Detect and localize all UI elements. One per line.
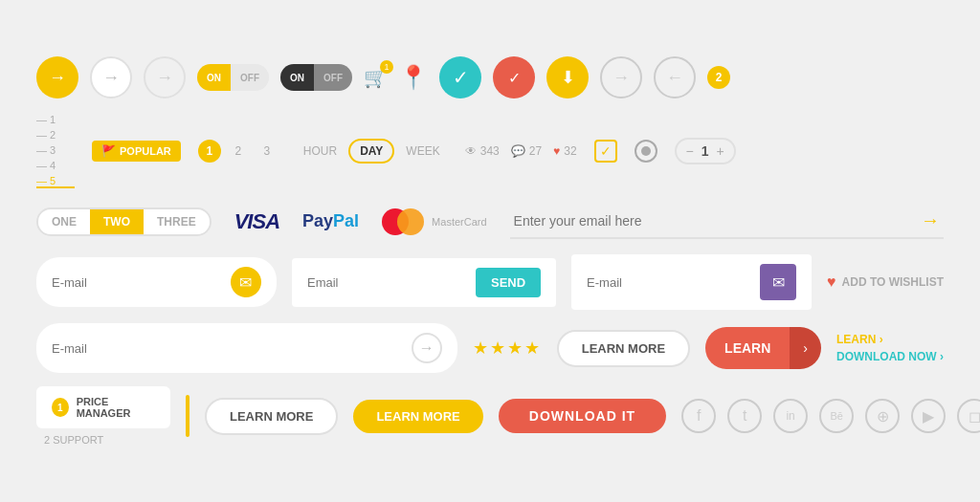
email-field-1[interactable] xyxy=(52,275,223,290)
learn-links: LEARN › DOWNLOAD NOW › xyxy=(836,333,944,363)
download-it-btn[interactable]: DOWNLOAD IT xyxy=(499,399,666,433)
payment-row: ONE TWO THREE VISA PayPal MasterCard → xyxy=(36,204,944,239)
price-manager-label: PRICE MANAGER xyxy=(77,396,155,419)
learn-more-yellow-btn[interactable]: LEARN MORE xyxy=(353,400,482,433)
email-input-2: SEND xyxy=(292,258,556,307)
popular-label: POPULAR xyxy=(120,145,171,157)
behance-icon[interactable]: Bē xyxy=(819,399,854,433)
time-tabs: HOUR DAY WEEK xyxy=(296,139,448,164)
cart-icon[interactable]: 🛒 1 xyxy=(364,66,388,89)
arrow-circle-btn[interactable]: → xyxy=(412,333,442,363)
controls-row: — 1 — 2 — 3 — 4 — 5 🚩 POPULAR 1 2 3 HOUR… xyxy=(36,114,944,188)
toggle-yellow[interactable]: ON OFF xyxy=(197,64,269,91)
mc-circle-orange xyxy=(397,208,424,235)
eye-count: 343 xyxy=(480,144,500,158)
action-buttons-row: → ★★★★ LEARN MORE LEARN › LEARN › DOWNLO… xyxy=(36,323,944,373)
flag-icon: 🚩 xyxy=(101,144,116,158)
star-rating: ★★★★ xyxy=(473,338,542,359)
email-input-arrow-row: → xyxy=(36,323,457,373)
support-link[interactable]: 2 SUPPORT xyxy=(44,434,170,446)
page-2[interactable]: 2 xyxy=(227,140,250,163)
popular-badge: 🚩 POPULAR xyxy=(92,141,181,162)
arrow-btn-yellow[interactable]: → xyxy=(36,56,78,98)
check-teal-icon: ✓ xyxy=(439,56,481,98)
arrow-right-gray-btn[interactable]: → xyxy=(600,56,642,98)
chat-icon: 💬 xyxy=(511,144,525,158)
sidebar-item-3: — 3 xyxy=(36,144,75,156)
linkedin-icon[interactable]: in xyxy=(773,399,808,433)
toggle-on-dark-label: ON xyxy=(280,64,314,91)
instagram-icon[interactable]: ◻ xyxy=(957,399,980,433)
facebook-icon[interactable]: f xyxy=(681,399,716,433)
tab-three[interactable]: THREE xyxy=(144,209,210,234)
page-1[interactable]: 1 xyxy=(198,140,221,163)
stat-heart: ♥ 32 xyxy=(553,144,576,158)
send-yellow-btn[interactable]: ✉ xyxy=(231,267,261,297)
dribbble-icon[interactable]: ⊕ xyxy=(865,399,900,433)
email-input-arrow[interactable] xyxy=(514,213,913,229)
stepper: − 1 + xyxy=(675,138,736,164)
send-teal-btn[interactable]: SEND xyxy=(476,268,541,297)
stat-chat: 💬 27 xyxy=(511,144,542,158)
download-yellow-icon[interactable]: ⬇ xyxy=(546,56,589,98)
mastercard-logo: MasterCard xyxy=(382,208,486,235)
price-manager-btn[interactable]: 1 PRICE MANAGER xyxy=(36,386,170,428)
time-tab-hour[interactable]: HOUR xyxy=(296,141,345,162)
time-tab-day[interactable]: DAY xyxy=(348,139,394,164)
time-tab-week[interactable]: WEEK xyxy=(398,141,447,162)
purchase-btn[interactable]: Purchase $37 xyxy=(186,395,189,437)
icon-button-row: → → → ON OFF ON OFF 🛒 1 📍 ✓ ✓ ⬇ → ← 2 xyxy=(36,56,944,98)
learn-more-btn-2[interactable]: LEARN MORE xyxy=(205,398,338,435)
learn-red-btn[interactable]: LEARN xyxy=(705,327,790,369)
toggle-off-label: OFF xyxy=(231,64,269,91)
youtube-icon[interactable]: ▶ xyxy=(911,399,946,433)
twitter-icon[interactable]: t xyxy=(727,399,762,433)
cart-badge: 1 xyxy=(380,60,393,74)
chat-count: 27 xyxy=(529,144,542,158)
email-field-2[interactable] xyxy=(307,275,468,290)
heart-count: 32 xyxy=(564,144,576,158)
learn-red-arrow-btn[interactable]: › xyxy=(790,327,821,369)
learn-more-btn-1[interactable]: LEARN MORE xyxy=(557,330,690,367)
learn-link[interactable]: LEARN › xyxy=(836,333,944,346)
sidebar-item-4: — 4 xyxy=(36,160,75,171)
stepper-plus-btn[interactable]: + xyxy=(717,143,724,159)
sidebar-item-5: — 5 xyxy=(36,175,75,188)
arrow-left-gray-btn[interactable]: ← xyxy=(654,56,696,98)
email-input-3: ✉ xyxy=(571,254,812,310)
purchase-label: Purchase xyxy=(188,397,189,435)
bottom-row: 1 PRICE MANAGER 2 SUPPORT Purchase $37 L… xyxy=(36,386,944,446)
send-purple-btn[interactable]: ✉ xyxy=(760,264,796,300)
tab-two[interactable]: TWO xyxy=(90,209,144,234)
email-inputs-row: ✉ SEND ✉ ♥ ADD TO WISHLIST xyxy=(36,254,944,310)
checkbox-icon[interactable]: ✓ xyxy=(594,140,617,163)
wishlist-label: ADD TO WISHLIST xyxy=(842,275,944,289)
email-arrow-btn[interactable]: → xyxy=(921,209,940,231)
tab-one[interactable]: ONE xyxy=(38,209,90,234)
toggle-on-label: ON xyxy=(197,64,231,91)
learn-split-btn: LEARN › xyxy=(705,327,821,369)
stats-group: 👁 343 💬 27 ♥ 32 xyxy=(465,144,577,158)
stepper-minus-btn[interactable]: − xyxy=(686,143,694,159)
download-link[interactable]: DOWNLOAD NOW › xyxy=(836,350,944,363)
email-field-3[interactable] xyxy=(587,275,752,290)
heart-icon: ♥ xyxy=(553,144,560,158)
check-red-icon: ✓ xyxy=(493,56,535,98)
email-input-1: ✉ xyxy=(36,257,277,307)
toggle-dark[interactable]: ON OFF xyxy=(280,64,352,91)
email-input-with-arrow: → xyxy=(510,204,944,239)
number-badge: 2 xyxy=(707,66,730,89)
page-3[interactable]: 3 xyxy=(256,140,278,163)
stat-eye: 👁 343 xyxy=(465,144,500,158)
radio-icon[interactable] xyxy=(635,140,657,163)
heart-icon: ♥ xyxy=(827,273,836,291)
stepper-value: 1 xyxy=(702,143,709,159)
email-field-4[interactable] xyxy=(52,341,404,356)
social-icons: f t in Bē ⊕ ▶ ◻ xyxy=(681,399,980,433)
wishlist-btn[interactable]: ♥ ADD TO WISHLIST xyxy=(827,273,944,291)
visa-logo: VISA xyxy=(234,209,279,234)
sidebar-item-2: — 2 xyxy=(36,129,75,141)
arrow-btn-outline[interactable]: → xyxy=(90,56,132,98)
arrow-btn-outline2[interactable]: → xyxy=(144,56,186,98)
sidebar-item-1: — 1 xyxy=(36,114,75,125)
